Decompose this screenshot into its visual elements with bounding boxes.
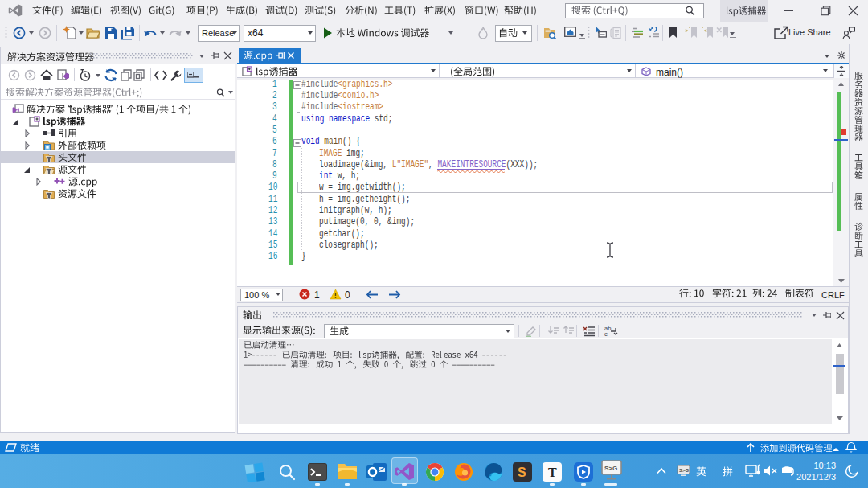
svg-text:c: c <box>604 330 608 337</box>
svg-text:S>G: S>G <box>604 465 617 472</box>
svg-text:S: S <box>518 465 526 479</box>
svg-text:S>G: S>G <box>679 468 690 473</box>
svg-text:T: T <box>548 465 557 479</box>
